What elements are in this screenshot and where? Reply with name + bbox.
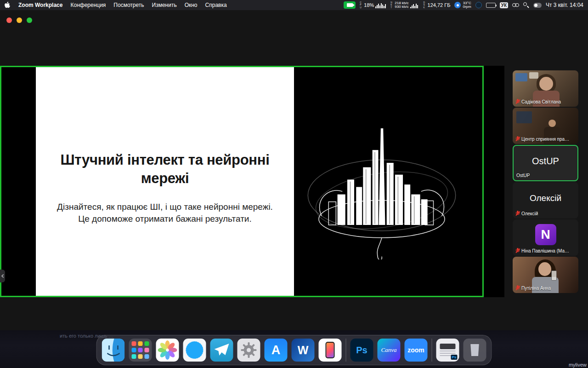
dock-settings-icon[interactable]: [237, 339, 260, 362]
camera-icon: [347, 3, 353, 7]
presentation-slide: Штучний інтелект та нейронні мережі Дізн…: [36, 67, 294, 296]
participant-name: Ніна Павлішина (Ма…: [521, 248, 569, 253]
dock-photoshop-window-icon[interactable]: Ps: [436, 339, 459, 362]
dock-photos-icon[interactable]: [156, 339, 179, 362]
dock-zoom-icon[interactable]: zoom: [405, 339, 428, 362]
fan-app-icon[interactable]: [475, 2, 482, 8]
apple-logo-icon[interactable]: [5, 2, 11, 9]
dock: A W Ps Canva zoom Ps: [96, 335, 492, 365]
close-button[interactable]: [6, 17, 12, 23]
background-poster: [515, 73, 527, 81]
menu-clock[interactable]: Чт 3 квіт. 14:04: [546, 2, 583, 8]
disk-status[interactable]: DSK 124,72 ГБ: [424, 1, 451, 9]
dock-canva-icon[interactable]: Canva: [378, 339, 401, 362]
dock-appstore-icon[interactable]: A: [265, 339, 288, 362]
avatar: N: [535, 224, 556, 245]
sensor-icon: [454, 2, 461, 8]
participant-video[interactable]: Центр сприяння пра…: [513, 108, 578, 144]
disk-value: 124,72 ГБ: [428, 2, 451, 8]
menu-edit[interactable]: Изменить: [152, 2, 177, 8]
participant-video[interactable]: Садікова Світлана: [513, 70, 578, 107]
minimize-button[interactable]: [17, 17, 22, 23]
appstore-letter: A: [271, 343, 281, 357]
link-icon[interactable]: [512, 3, 519, 7]
participant-display-name: Олексій: [513, 193, 578, 203]
participant-name: Садікова Світлана: [521, 99, 561, 104]
participant-tile-active[interactable]: OstUP OstUP: [513, 145, 578, 181]
fullscreen-button[interactable]: [27, 17, 32, 23]
dock-separator: [432, 339, 432, 362]
participant-name: OstUP: [516, 173, 530, 178]
participant-name: Олексій: [521, 211, 538, 216]
cpu-status[interactable]: CPU 18%: [360, 1, 386, 9]
ps-badge: Ps: [451, 355, 458, 360]
participant-video[interactable]: Путіліна Анна: [513, 257, 578, 293]
zoom-wordmark: zoom: [407, 346, 424, 354]
menu-window[interactable]: Окно: [185, 2, 198, 8]
dock-launchpad-icon[interactable]: [129, 339, 152, 362]
menu-bar: Zoom Workplace Конференция Посмотреть Из…: [0, 0, 588, 10]
dock-iphone-mirroring-icon[interactable]: [319, 339, 342, 362]
canva-wordmark: Canva: [381, 346, 397, 354]
city-illustration: [299, 121, 464, 259]
background-poster: [529, 72, 538, 79]
screen-share-region: Штучний інтелект та нейронні мережі Дізн…: [0, 66, 484, 297]
search-icon[interactable]: [523, 2, 529, 8]
camera-active-button[interactable]: [344, 1, 356, 9]
slide-title: Штучний інтелект та нейронні мережі: [58, 151, 272, 188]
slide-subtitle: Дізнайтеся, як працює ШІ, і що таке нейр…: [56, 201, 274, 225]
muted-mic-icon: [515, 248, 520, 253]
network-status[interactable]: NET 218 kb/c 930 kb/c: [390, 1, 419, 9]
cpu-graph-icon: [375, 2, 386, 8]
dock-separator: [346, 339, 346, 362]
menu-view[interactable]: Посмотреть: [113, 2, 144, 8]
participant-display-name: OstUP: [514, 156, 577, 167]
participant-tile[interactable]: Олексій Олексій: [513, 182, 578, 218]
muted-mic-icon: [515, 211, 520, 216]
dock-trash-icon[interactable]: [464, 339, 486, 362]
menu-conference[interactable]: Конференция: [70, 2, 106, 8]
dock-word-icon[interactable]: W: [292, 339, 315, 362]
menu-help[interactable]: Справка: [205, 2, 227, 8]
cpu-value: 18%: [364, 2, 374, 8]
control-center-icon[interactable]: [533, 3, 542, 8]
dock-safari-icon[interactable]: [183, 339, 206, 362]
fan-value: 0rpm: [463, 5, 471, 9]
dock-telegram-icon[interactable]: [210, 339, 233, 362]
participants-panel: Садікова Світлана Центр сприяння пра… Os…: [513, 70, 578, 293]
window-controls: [6, 17, 32, 23]
participant-tile[interactable]: N Ніна Павлішина (Ма…: [513, 219, 578, 256]
share-black-margin: [484, 66, 504, 297]
photoshop-letters: Ps: [356, 345, 367, 356]
panel-collapse-handle[interactable]: [0, 270, 5, 282]
temperature-status[interactable]: 33°C 0rpm: [454, 1, 471, 9]
muted-mic-icon: [515, 136, 520, 142]
battery-icon[interactable]: [486, 3, 496, 8]
muted-mic-icon: [515, 99, 520, 104]
wallpaper-watermark: mylivew: [569, 362, 587, 368]
dock-finder-icon[interactable]: [102, 339, 125, 362]
participant-name: Путіліна Анна: [521, 286, 551, 291]
app-title: Zoom Workplace: [18, 2, 62, 8]
net-graph-icon: [410, 2, 419, 8]
net-down: 930 kb/c: [395, 5, 408, 9]
muted-mic-icon: [515, 285, 520, 291]
dock-photoshop-icon[interactable]: Ps: [351, 339, 373, 362]
input-language-badge[interactable]: УК: [500, 2, 508, 8]
word-letter: W: [298, 344, 309, 357]
participant-name: Центр сприяння пра…: [521, 137, 569, 142]
